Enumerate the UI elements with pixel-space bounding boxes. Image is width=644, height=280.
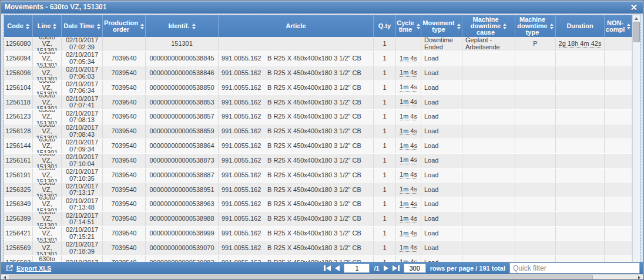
table-row[interactable]: 1256080630to VZ,15130102/10/201707:02:39… [4,37,632,52]
cell-movement-type: Load [421,124,462,139]
cell-production-order [103,37,146,51]
scroll-right-icon[interactable] [638,276,640,279]
rows-per-page-input[interactable] [404,264,426,273]
cell-cycle-time: 1m 4s [396,183,421,197]
cell-duration [556,52,605,66]
cell-datetime: 02/10/201707:15:21 [62,227,103,241]
cell-qty: 1 [374,124,396,139]
movements-grid: CodeLineDate TimeProductionorderIdentif.… [4,15,640,262]
cell-movement-type: Load [421,197,462,211]
article-code: 991.0055.162 [222,99,267,106]
next-page-button[interactable] [384,265,388,271]
cell-article: 991.0055.162B R25 X 450x400x180 3 1/2" C… [219,241,374,255]
article-description: B R25 X 450x400x180 3 1/2" CB [267,143,372,150]
pagination: /1 rows per page / 191 total [324,262,643,274]
article-description: B R25 X 450x400x180 3 1/2" CB [267,99,372,106]
window-title: Movements - 630to VZ, 151301 [5,3,628,11]
duration-value: 2g 18h 4m 42s [559,41,602,48]
column-header-non-compl[interactable]: NON-compl [605,15,632,37]
cell-downtime-type [515,212,556,226]
cell-identif: 000000000000539070 [146,241,219,255]
cell-identif: 000000000000538988 [146,212,219,226]
horizontal-scrollbar[interactable] [1,274,643,280]
cell-downtime-type: P [515,37,556,51]
column-header-movementtype[interactable]: Movementtype [421,15,462,37]
sort-icon [192,23,196,29]
sort-icon [53,23,56,29]
cell-code: 1256399 [4,212,33,226]
cell-production-order: 7039540 [103,256,146,262]
cell-line: 630to VZ,151301 [33,212,62,226]
table-row[interactable]: 1256421630to VZ,15130102/10/201707:15:21… [4,227,632,241]
column-header-cycletime[interactable]: Cycletime [396,15,421,37]
cell-movement-type: Load [421,66,462,80]
cell-non-compl [605,197,632,211]
cell-production-order: 7039540 [103,241,146,255]
column-header-machinedowntimetype[interactable]: Machinedowntimetype [515,15,556,37]
cell-downtime-cause [462,183,515,197]
table-row[interactable]: 1256569630to VZ,15130102/10/201707:18:39… [4,241,632,256]
last-page-button[interactable] [393,265,400,271]
cell-line: 630to VZ, [33,256,62,262]
horizontal-scrollbar-thumb[interactable] [9,275,593,280]
cell-cycle-time: 1m 4s [396,256,421,262]
table-row[interactable]: 1256191630to VZ,15130102/10/201707:10:35… [4,168,632,183]
article-description: B R25 X 450x400x180 3 1/2" CB [267,245,372,252]
table-row[interactable]: 1256128630to VZ,15130102/10/201707:08:43… [4,124,632,139]
vertical-scrollbar[interactable] [632,15,640,262]
cell-production-order: 7039540 [103,197,146,211]
column-header-label: Movementtype [422,20,454,33]
table-row[interactable]: 1256144630to VZ,15130102/10/201707:09:34… [4,139,632,154]
table-row[interactable]: 1256104630to VZ,15130102/10/201707:06:34… [4,81,632,96]
cell-article: 991.0055.162B R25 X 450x400x180 3 1/2" C… [219,154,374,168]
cell-non-compl [605,168,632,183]
column-header-identif.[interactable]: Identif. [146,15,219,37]
cell-datetime: 02/10/201707:09:34 [62,139,103,153]
cell-duration [556,66,605,80]
cell-datetime: 02/10/201707:05:34 [62,52,103,66]
cycle-time-value: 1m 4s [400,55,417,63]
first-page-button[interactable] [324,265,331,271]
table-row[interactable]: 1256094630to VZ,15130102/10/201707:05:34… [4,52,632,66]
export-xls-button[interactable]: Export XLS [5,264,51,272]
page-number-input[interactable] [344,264,370,273]
close-icon[interactable]: ✕ [628,3,639,12]
table-row[interactable]: 1256161630to VZ,15130102/10/201707:10:04… [4,154,632,168]
cell-cycle-time: 1m 4s [396,139,421,153]
column-header-productionorder[interactable]: Productionorder [103,15,146,37]
table-body: 1256080630to VZ,15130102/10/201707:02:39… [4,37,632,262]
cell-datetime: 02/10/201707:06:34 [62,81,103,95]
column-header-label: Machinedowntimecause [471,16,501,36]
quick-filter-input[interactable] [509,262,640,274]
table-row[interactable]: 1256096630to VZ,15130102/10/201707:06:03… [4,66,632,81]
scroll-up-icon[interactable] [635,17,638,20]
table-row[interactable]: 1256593630to VZ,02/10/201770395400000000… [4,256,632,262]
movements-window: Movements - 630to VZ, 151301 ✕ CodeLineD… [0,0,644,280]
cell-identif: 000000000000538850 [146,81,219,95]
scroll-left-icon[interactable] [4,276,6,279]
cell-movement-type: Load [421,110,462,124]
article-code: 991.0055.162 [222,157,267,164]
cell-qty: 1 [374,110,396,124]
article-description: B R25 X 450x400x180 3 1/2" CB [267,230,372,237]
prev-page-button[interactable] [335,265,340,271]
cell-identif: 000000000000538846 [146,66,219,80]
column-header-code[interactable]: Code [4,15,33,37]
column-header-line[interactable]: Line [33,15,62,37]
cell-code: 1256080 [4,37,33,51]
article-code: 991.0055.162 [222,215,267,222]
table-row[interactable]: 1256118630to VZ,15130102/10/201707:07:41… [4,95,632,110]
cell-datetime: 02/10/2017 [62,256,103,262]
cycle-time-value: 1m 4s [400,84,417,92]
column-header-machinedowntimecause[interactable]: Machinedowntimecause [462,15,515,37]
vertical-scrollbar-thumb[interactable] [633,22,640,42]
cycle-time-value: 1m 4s [400,69,417,77]
column-header-date-time[interactable]: Date Time [62,15,103,37]
table-row[interactable]: 1256349630to VZ,15130102/10/201707:13:48… [4,197,632,212]
table-row[interactable]: 1256325630to VZ,15130102/10/201707:13:17… [4,183,632,197]
table-row[interactable]: 1256399630to VZ,15130102/10/201707:14:51… [4,212,632,227]
cell-article: 991.0055.162B R25 X 450x400x180 3 1/2" C… [219,81,374,95]
column-header-label: Date Time [63,23,94,29]
cell-downtime-type [515,52,556,66]
table-row[interactable]: 1256123630to VZ,15130102/10/201707:08:13… [4,110,632,124]
